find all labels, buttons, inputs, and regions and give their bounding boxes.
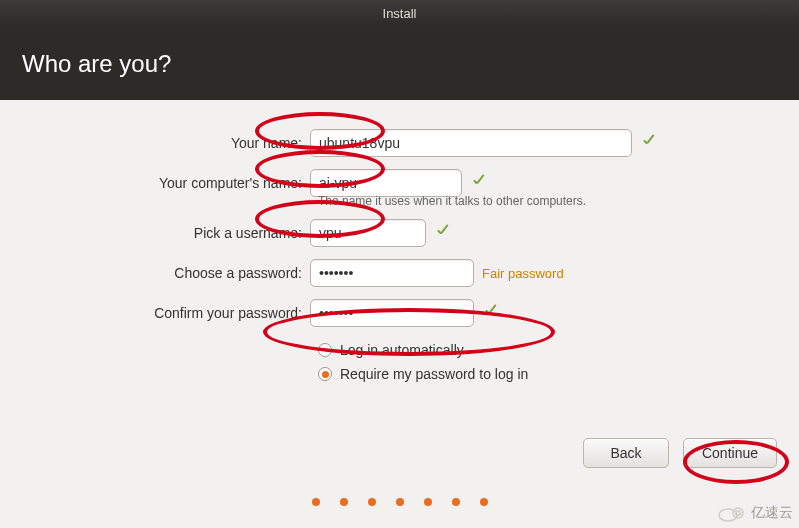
window-titlebar: Install	[0, 0, 799, 27]
radio-icon	[318, 367, 332, 381]
name-input[interactable]	[310, 129, 632, 157]
check-icon	[470, 174, 488, 192]
computer-input[interactable]	[310, 169, 462, 197]
radio-label: Log in automatically	[340, 342, 464, 358]
radio-label: Require my password to log in	[340, 366, 528, 382]
radio-icon	[318, 343, 332, 357]
name-label: Your name:	[30, 135, 310, 151]
back-button[interactable]: Back	[583, 438, 669, 468]
confirm-input[interactable]	[310, 299, 474, 327]
radio-auto-login[interactable]: Log in automatically	[318, 338, 769, 362]
username-input[interactable]	[310, 219, 426, 247]
confirm-label: Confirm your password:	[30, 305, 310, 321]
svg-point-1	[733, 508, 743, 518]
password-label: Choose a password:	[30, 265, 310, 281]
watermark: 亿速云	[717, 504, 793, 522]
header: Who are you?	[0, 27, 799, 100]
page-title: Who are you?	[22, 50, 171, 78]
check-icon	[640, 134, 658, 152]
password-input[interactable]	[310, 259, 474, 287]
svg-point-2	[736, 511, 740, 515]
form-area: Your name: Your computer's name: The nam…	[0, 100, 799, 396]
check-icon	[434, 224, 452, 242]
username-label: Pick a username:	[30, 225, 310, 241]
password-strength: Fair password	[482, 266, 564, 281]
continue-button[interactable]: Continue	[683, 438, 777, 468]
radio-require-password[interactable]: Require my password to log in	[318, 362, 769, 386]
progress-dots	[0, 492, 799, 510]
check-icon	[482, 304, 500, 322]
computer-hint: The name it uses when it talks to other …	[318, 194, 769, 208]
computer-label: Your computer's name:	[30, 175, 310, 191]
